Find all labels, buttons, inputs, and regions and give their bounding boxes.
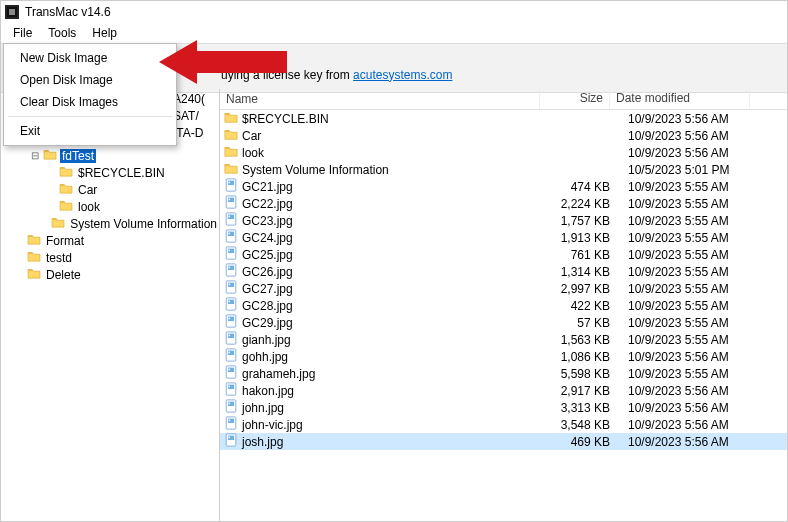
menu-exit[interactable]: Exit xyxy=(6,120,174,142)
svg-point-14 xyxy=(228,233,230,235)
svg-point-47 xyxy=(228,420,230,422)
menu-help[interactable]: Help xyxy=(84,24,125,42)
file-date: 10/9/2023 5:55 AM xyxy=(620,214,768,228)
folder-icon xyxy=(24,267,44,282)
file-size: 2,997 KB xyxy=(540,282,620,296)
file-menu-dropdown: New Disk Image Open Disk Image Clear Dis… xyxy=(3,43,177,146)
tree-item[interactable]: Car xyxy=(1,181,219,198)
list-row[interactable]: grahameh.jpg5,598 KB10/9/2023 5:55 AM xyxy=(220,365,787,382)
file-icon xyxy=(224,178,242,195)
list-row[interactable]: GC24.jpg1,913 KB10/9/2023 5:55 AM xyxy=(220,229,787,246)
list-row[interactable]: GC22.jpg2,224 KB10/9/2023 5:55 AM xyxy=(220,195,787,212)
folder-tree[interactable]: ⊟fdTest$RECYCLE.BINCarlookSystem Volume … xyxy=(1,89,220,521)
svg-point-32 xyxy=(228,335,230,337)
file-icon xyxy=(224,416,242,433)
menu-clear-disk-images[interactable]: Clear Disk Images xyxy=(6,91,174,113)
menu-tools[interactable]: Tools xyxy=(40,24,84,42)
tree-item[interactable]: Delete xyxy=(1,266,219,283)
tree-item[interactable]: look xyxy=(1,198,219,215)
list-row[interactable]: hakon.jpg2,917 KB10/9/2023 5:56 AM xyxy=(220,382,787,399)
svg-point-44 xyxy=(228,403,230,405)
app-icon xyxy=(5,5,19,19)
list-row[interactable]: $RECYCLE.BIN10/9/2023 5:56 AM xyxy=(220,110,787,127)
menu-new-disk-image[interactable]: New Disk Image xyxy=(6,47,174,69)
file-name: GC21.jpg xyxy=(242,180,293,194)
file-size: 3,313 KB xyxy=(540,401,620,415)
tree-item-label: testd xyxy=(44,251,74,265)
file-list[interactable]: $RECYCLE.BIN10/9/2023 5:56 AMCar10/9/202… xyxy=(220,110,787,521)
file-size: 1,314 KB xyxy=(540,265,620,279)
col-header-name[interactable]: Name xyxy=(220,89,540,109)
file-name: gianh.jpg xyxy=(242,333,291,347)
list-row[interactable]: Car10/9/2023 5:56 AM xyxy=(220,127,787,144)
file-name: look xyxy=(242,146,264,160)
list-row[interactable]: look10/9/2023 5:56 AM xyxy=(220,144,787,161)
svg-rect-1 xyxy=(9,9,15,15)
file-date: 10/9/2023 5:55 AM xyxy=(620,367,768,381)
file-date: 10/9/2023 5:56 AM xyxy=(620,401,768,415)
tree-item[interactable]: testd xyxy=(1,249,219,266)
list-row[interactable]: GC29.jpg57 KB10/9/2023 5:55 AM xyxy=(220,314,787,331)
col-header-size[interactable]: Size xyxy=(540,89,610,109)
list-row[interactable]: gohh.jpg1,086 KB10/9/2023 5:56 AM xyxy=(220,348,787,365)
file-icon xyxy=(224,399,242,416)
file-date: 10/9/2023 5:56 AM xyxy=(620,435,768,449)
list-row[interactable]: GC25.jpg761 KB10/9/2023 5:55 AM xyxy=(220,246,787,263)
tree-item[interactable]: System Volume Information xyxy=(1,215,219,232)
folder-icon xyxy=(224,161,242,178)
list-row[interactable]: GC21.jpg474 KB10/9/2023 5:55 AM xyxy=(220,178,787,195)
file-size: 422 KB xyxy=(540,299,620,313)
file-size: 2,224 KB xyxy=(540,197,620,211)
list-row[interactable]: System Volume Information10/5/2023 5:01 … xyxy=(220,161,787,178)
file-size: 761 KB xyxy=(540,248,620,262)
file-icon xyxy=(224,212,242,229)
banner-text2: uying a license key from xyxy=(221,68,353,82)
svg-point-29 xyxy=(228,318,230,320)
tree-item-label: $RECYCLE.BIN xyxy=(76,166,167,180)
file-name: GC23.jpg xyxy=(242,214,293,228)
file-date: 10/9/2023 5:55 AM xyxy=(620,265,768,279)
tree-item[interactable]: $RECYCLE.BIN xyxy=(1,164,219,181)
peek-line: A240( xyxy=(173,91,205,108)
file-name: GC24.jpg xyxy=(242,231,293,245)
list-row[interactable]: john.jpg3,313 KB10/9/2023 5:56 AM xyxy=(220,399,787,416)
tree-item-label: fdTest xyxy=(60,149,96,163)
list-row[interactable]: josh.jpg469 KB10/9/2023 5:56 AM xyxy=(220,433,787,450)
file-list-pane: Name Size Date modified $RECYCLE.BIN10/9… xyxy=(220,89,787,521)
menu-open-disk-image[interactable]: Open Disk Image xyxy=(6,69,174,91)
banner-link[interactable]: acutesystems.com xyxy=(353,68,452,82)
collapse-icon[interactable]: ⊟ xyxy=(29,150,40,161)
file-date: 10/9/2023 5:55 AM xyxy=(620,299,768,313)
folder-icon xyxy=(56,165,76,180)
list-row[interactable]: GC23.jpg1,757 KB10/9/2023 5:55 AM xyxy=(220,212,787,229)
file-date: 10/9/2023 5:56 AM xyxy=(620,112,768,126)
file-name: grahameh.jpg xyxy=(242,367,315,381)
banner-line1: aluation: 11 xyxy=(221,50,777,67)
tree-item-label: Delete xyxy=(44,268,83,282)
list-row[interactable]: john-vic.jpg3,548 KB10/9/2023 5:56 AM xyxy=(220,416,787,433)
file-name: gohh.jpg xyxy=(242,350,288,364)
file-date: 10/9/2023 5:55 AM xyxy=(620,197,768,211)
svg-point-8 xyxy=(228,199,230,201)
file-size: 3,548 KB xyxy=(540,418,620,432)
file-size: 1,563 KB xyxy=(540,333,620,347)
list-row[interactable]: GC28.jpg422 KB10/9/2023 5:55 AM xyxy=(220,297,787,314)
file-date: 10/9/2023 5:56 AM xyxy=(620,418,768,432)
file-icon xyxy=(224,314,242,331)
list-row[interactable]: GC27.jpg2,997 KB10/9/2023 5:55 AM xyxy=(220,280,787,297)
folder-icon xyxy=(224,144,242,161)
folder-icon xyxy=(48,216,68,231)
list-row[interactable]: gianh.jpg1,563 KB10/9/2023 5:55 AM xyxy=(220,331,787,348)
file-date: 10/9/2023 5:55 AM xyxy=(620,231,768,245)
menu-file[interactable]: File xyxy=(5,24,40,42)
titlebar: TransMac v14.6 xyxy=(1,1,787,23)
file-name: $RECYCLE.BIN xyxy=(242,112,329,126)
tree-item[interactable]: ⊟fdTest xyxy=(1,147,219,164)
tree-item[interactable]: Format xyxy=(1,232,219,249)
file-icon xyxy=(224,348,242,365)
file-size: 469 KB xyxy=(540,435,620,449)
svg-point-23 xyxy=(228,284,230,286)
col-header-date[interactable]: Date modified xyxy=(610,89,750,109)
file-date: 10/9/2023 5:56 AM xyxy=(620,350,768,364)
list-row[interactable]: GC26.jpg1,314 KB10/9/2023 5:55 AM xyxy=(220,263,787,280)
